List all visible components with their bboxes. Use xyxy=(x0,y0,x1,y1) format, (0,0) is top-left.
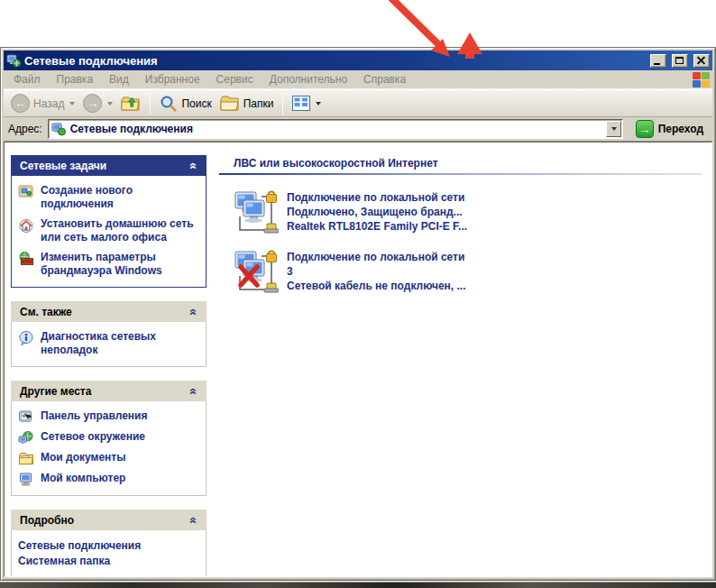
task-network-diagnostics[interactable]: Диагностика сетевых неполадок xyxy=(18,330,200,357)
network-connections-window: Сетевые подключения Файл Правка Вид Избр… xyxy=(0,47,716,581)
task-label: Сетевое окружение xyxy=(41,430,145,445)
panel-header-details[interactable]: Подробно « xyxy=(11,510,207,530)
up-button[interactable] xyxy=(118,93,143,115)
firewall-icon xyxy=(18,251,34,265)
menu-favorites[interactable]: Избранное xyxy=(137,73,208,86)
forward-icon: → xyxy=(83,94,102,113)
link-network-places[interactable]: Сетевое окружение xyxy=(18,430,200,445)
menu-advanced[interactable]: Дополнительно xyxy=(262,73,355,86)
search-icon xyxy=(160,95,178,113)
task-windows-firewall[interactable]: Изменить параметры брандмауэра Windows xyxy=(18,251,200,278)
chevron-up-icon[interactable]: « xyxy=(188,162,200,170)
address-label: Адрес: xyxy=(8,123,42,135)
forward-button[interactable]: → xyxy=(80,92,115,115)
search-label: Поиск xyxy=(181,97,211,110)
back-icon: ← xyxy=(11,94,30,113)
desktop-background-strip xyxy=(0,582,716,588)
connection-text: Подключение по локальной сети 3 Сетевой … xyxy=(287,249,466,296)
network-places-icon xyxy=(18,430,34,445)
panel-body: Создание нового подключения Установить д… xyxy=(11,176,207,288)
address-dropdown-button[interactable] xyxy=(606,121,621,137)
chevron-up-icon[interactable]: « xyxy=(188,388,200,395)
menu-help[interactable]: Справка xyxy=(355,73,414,86)
toolbar-separator xyxy=(150,93,151,115)
task-create-connection[interactable]: Создание нового подключения xyxy=(18,184,200,211)
toolbar: ← Назад → Поиск xyxy=(4,89,712,117)
chevron-up-icon[interactable]: « xyxy=(188,517,200,524)
menu-tools[interactable]: Сервис xyxy=(208,73,262,86)
monitor-front xyxy=(243,200,264,223)
menu-view[interactable]: Вид xyxy=(101,73,137,86)
connection-item-lan-3[interactable]: Подключение по локальной сети 3 Сетевой … xyxy=(234,249,702,296)
lock-icon xyxy=(267,252,277,262)
task-pane-sidebar: Сетевые задачи « Создание нового подключ… xyxy=(11,155,207,576)
panel-header-network-tasks[interactable]: Сетевые задачи « xyxy=(11,155,207,176)
panel-body: Панель управления Сетевое окружение xyxy=(11,401,207,496)
task-label: Создание нового подключения xyxy=(41,184,200,211)
connection-text: Подключение по локальной сети Подключено… xyxy=(287,189,467,236)
my-documents-icon xyxy=(18,451,34,465)
address-value: Сетевые подключения xyxy=(66,123,606,135)
panel-header-see-also[interactable]: См. также « xyxy=(11,301,207,322)
connection-name: Подключение по локальной сети xyxy=(287,250,466,264)
panel-header-other-places[interactable]: Другие места « xyxy=(11,381,207,401)
task-label: Диагностика сетевых неполадок xyxy=(41,330,200,357)
folders-button[interactable]: Папки xyxy=(217,93,277,115)
titlebar[interactable]: Сетевые подключения xyxy=(4,51,712,70)
forward-dropdown-icon[interactable] xyxy=(107,102,113,106)
link-control-panel[interactable]: Панель управления xyxy=(18,409,200,424)
task-label: Изменить параметры брандмауэра Windows xyxy=(41,251,200,278)
panel-title: Сетевые задачи xyxy=(20,160,106,172)
connection-status: Сетевой кабель не подключен, ... xyxy=(287,279,466,293)
panel-body: Диагностика сетевых неполадок xyxy=(11,322,207,367)
address-combobox[interactable]: Сетевые подключения xyxy=(48,119,623,139)
menu-bar: Файл Правка Вид Избранное Сервис Дополни… xyxy=(4,70,712,89)
views-icon xyxy=(292,96,310,111)
views-button[interactable] xyxy=(289,94,324,113)
network-connections-icon xyxy=(6,53,21,68)
search-button[interactable]: Поиск xyxy=(157,93,214,115)
menu-file[interactable]: Файл xyxy=(5,73,49,86)
new-connection-icon xyxy=(18,184,34,198)
details-folder-type: Системная папка xyxy=(18,554,200,569)
windows-logo-icon xyxy=(693,72,711,87)
info-icon xyxy=(18,330,34,345)
lan-connection-unplugged-icon xyxy=(234,249,279,296)
network-connections-icon xyxy=(51,122,66,136)
back-button[interactable]: ← Назад xyxy=(8,92,78,115)
link-my-computer[interactable]: Мой компьютер xyxy=(18,472,200,486)
panel-title: Другие места xyxy=(20,385,91,398)
back-dropdown-icon[interactable] xyxy=(69,102,75,106)
panel-see-also: См. также « Диагностика сетевых неполадо… xyxy=(11,301,207,367)
connection-status: Подключено, Защищено бранд... xyxy=(287,205,467,219)
connection-item-lan[interactable]: Подключение по локальной сети Подключено… xyxy=(234,189,702,236)
window-title: Сетевые подключения xyxy=(24,54,645,68)
lock-icon xyxy=(267,192,277,203)
folders-icon xyxy=(220,95,240,113)
back-label: Назад xyxy=(33,97,64,110)
panel-title: См. также xyxy=(20,306,72,318)
views-dropdown-icon[interactable] xyxy=(316,102,321,106)
minimize-icon xyxy=(654,63,660,65)
chevron-down-icon xyxy=(611,127,617,131)
link-my-documents[interactable]: Мои документы xyxy=(18,451,200,465)
control-panel-icon xyxy=(18,409,34,424)
chevron-up-icon[interactable]: « xyxy=(188,308,200,316)
network-connector-icon xyxy=(264,224,279,233)
content-area: Сетевые задачи « Создание нового подключ… xyxy=(4,142,712,577)
panel-network-tasks: Сетевые задачи « Создание нового подключ… xyxy=(11,155,207,288)
maximize-button[interactable] xyxy=(672,54,688,68)
folders-label: Папки xyxy=(243,97,274,110)
home-network-icon xyxy=(18,217,34,233)
details-folder-name: Сетевые подключения xyxy=(18,538,200,554)
task-setup-home-network[interactable]: Установить домашнюю сеть или сеть малого… xyxy=(18,217,200,244)
menu-edit[interactable]: Правка xyxy=(49,73,102,86)
minimize-button[interactable] xyxy=(650,54,666,68)
network-connector-icon xyxy=(264,283,279,292)
connection-device: Realtek RTL8102E Family PCI-E F... xyxy=(287,219,467,234)
panel-other-places: Другие места « Панель управления xyxy=(11,381,207,496)
maximize-icon xyxy=(675,57,684,64)
go-button[interactable]: → Переход xyxy=(629,120,708,138)
close-button[interactable] xyxy=(693,54,710,68)
panel-body: Сетевые подключения Системная папка xyxy=(11,530,207,577)
